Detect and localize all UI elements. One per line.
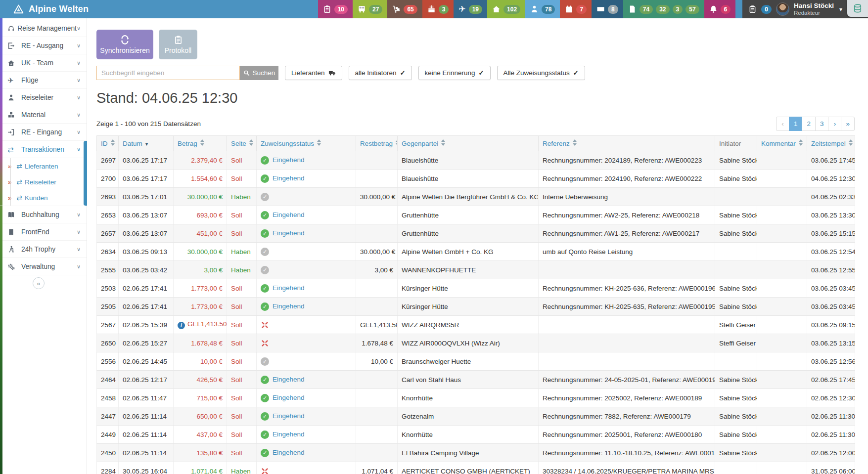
filter-buttons: Lieferantenalle Initiatoren✓keine Erinne…: [285, 66, 585, 80]
home-plus-icon: [7, 59, 15, 67]
sidebar-item-buchhaltung[interactable]: Buchhaltung∨: [0, 206, 87, 223]
coins-widget[interactable]: [847, 0, 868, 17]
nav-item-cart[interactable]: 65: [387, 0, 422, 18]
filter-alle-zuweisungsstatus[interactable]: Alle Zuweisungsstatus✓: [497, 66, 585, 80]
check-circle-icon: [261, 211, 269, 219]
eingehend-link[interactable]: Eingehend: [273, 156, 305, 164]
betrag-value: 693,00 €: [196, 212, 223, 219]
cell-kommentar: [757, 279, 807, 298]
synchronisieren-button[interactable]: Synchronisieren: [96, 30, 153, 59]
nav-item-clipboard[interactable]: 10: [318, 0, 353, 18]
nav-item-cake[interactable]: 3: [422, 0, 454, 18]
column-header-restbetrag[interactable]: Restbetrag: [356, 136, 398, 151]
nav-item-calendar[interactable]: 7: [560, 0, 592, 18]
search-input[interactable]: [96, 66, 240, 80]
sidebar-subitem-kunden[interactable]: »⇄Kunden: [0, 190, 87, 206]
cell-datum: 02.06.25 17:41: [119, 279, 174, 298]
sidebar-item-uk-team[interactable]: UK - Team∨: [0, 54, 87, 72]
sidebar-item-transaktionen[interactable]: ⇄Transaktionen∨: [0, 141, 87, 158]
check-circle-icon: [261, 431, 269, 439]
eingehend-link[interactable]: Eingehend: [273, 229, 305, 237]
sidebar-item-24h-trophy[interactable]: 24h Trophy∨: [0, 241, 87, 258]
nav-item-document[interactable]: 7432357: [623, 0, 704, 18]
eingehend-link[interactable]: Eingehend: [273, 174, 305, 182]
cell-initiator: Sabine Stöckl: [715, 389, 757, 407]
cell-gegenpartei: Gruttenhütte: [398, 206, 539, 224]
eingehend-link[interactable]: Eingehend: [273, 211, 305, 218]
column-label: Referenz: [543, 140, 570, 147]
eingehend-link[interactable]: Eingehend: [273, 412, 305, 420]
chevron-down-icon: ∨: [77, 25, 81, 32]
hiker-icon: [7, 246, 19, 253]
filter-keine-erinnerung[interactable]: keine Erinnerung✓: [418, 66, 491, 80]
nav-item-home[interactable]: 102: [487, 0, 525, 18]
brand[interactable]: Alpine Welten: [0, 0, 114, 18]
nav-item-money[interactable]: 8: [592, 0, 623, 18]
nav-item-bell[interactable]: 6: [704, 0, 736, 18]
page-button-›[interactable]: ›: [828, 117, 841, 131]
betrag-value: 10,00 €: [200, 358, 223, 365]
bus-icon: [358, 5, 366, 13]
info-icon[interactable]: i: [178, 322, 185, 329]
page-button-1[interactable]: 1: [789, 117, 803, 131]
column-header-kommentar[interactable]: Kommentar: [757, 136, 807, 151]
column-header-gegenpartei[interactable]: Gegenpartei: [398, 136, 539, 151]
page-button-2[interactable]: 2: [802, 117, 816, 131]
cell-id: 2503: [97, 279, 119, 298]
eingehend-link[interactable]: Eingehend: [273, 449, 305, 456]
page-button-‹[interactable]: ‹: [776, 117, 789, 131]
eingehend-link[interactable]: Eingehend: [273, 376, 305, 383]
cake-icon: [427, 5, 436, 13]
cell-zuweisungsstatus: Eingehend: [257, 371, 356, 389]
chevron-down-icon[interactable]: ▾: [839, 6, 842, 13]
eingehend-link[interactable]: Eingehend: [273, 394, 305, 401]
column-header-zeitstempel[interactable]: Zeitstempel: [807, 136, 855, 151]
protokoll-button[interactable]: Protokoll: [159, 30, 197, 59]
chevron-down-icon: ∨: [77, 246, 81, 253]
cell-restbetrag: [356, 371, 398, 389]
sidebar-item-reise-management[interactable]: Reise Management∨: [0, 20, 87, 37]
nav-item-bus[interactable]: 27: [353, 0, 387, 18]
column-header-zuweisungsstatus[interactable]: Zuweisungsstatus: [257, 136, 356, 151]
badge-count: 102: [503, 5, 520, 14]
user-name: Hansi Stöckl: [794, 2, 834, 10]
filter-lieferanten[interactable]: Lieferanten: [285, 66, 342, 80]
eingehend-link[interactable]: Eingehend: [273, 431, 305, 438]
cell-referenz: Rechnungsnummer: 2025001, Referenz: AWE0…: [539, 426, 715, 444]
cell-datum: 03.06.25 13:07: [119, 224, 174, 243]
sidebar-subitem-lieferanten[interactable]: »⇄Lieferanten: [0, 158, 87, 174]
column-header-referenz[interactable]: Referenz: [539, 136, 715, 151]
sidebar-item-flüge[interactable]: ✈Flüge∨: [0, 72, 87, 89]
column-header-betrag[interactable]: Betrag: [174, 136, 227, 151]
nav-item-person[interactable]: 78: [525, 0, 560, 18]
sidebar-item-material[interactable]: Material∨: [0, 106, 87, 124]
sidebar-subitem-reiseleiter[interactable]: »⇄Reiseleiter: [0, 174, 87, 190]
cell-referenz: 30328234 / 14.06.2025/KRUEGER/PETRA MARI…: [539, 462, 715, 474]
cell-zuweisungsstatus: Eingehend: [257, 170, 356, 188]
coins-icon: [853, 3, 863, 13]
column-header-datum[interactable]: Datum▾: [119, 136, 174, 151]
cell-zeitstempel: 02.06.25 12:00: [807, 444, 855, 462]
chevron-down-icon: ∨: [77, 43, 81, 49]
filter-alle-initiatoren[interactable]: alle Initiatoren✓: [349, 66, 412, 80]
sidebar-item-verwaltung[interactable]: Verwaltung∨: [0, 258, 87, 275]
search-button[interactable]: Suchen: [240, 66, 278, 80]
column-header-seite[interactable]: Seite: [227, 136, 257, 151]
page-button-»[interactable]: »: [841, 117, 855, 131]
sidebar-item-re-ausgang[interactable]: RE - Ausgang∨: [0, 37, 87, 54]
cell-restbetrag: 30.000,00 €: [356, 188, 398, 206]
sidebar-item-frontend[interactable]: FrontEnd∨: [0, 223, 87, 241]
nav-item-plane[interactable]: ✈19: [454, 0, 487, 18]
eingehend-link[interactable]: Eingehend: [273, 302, 305, 310]
search-button-label: Suchen: [253, 69, 275, 77]
sort-icon: [317, 139, 321, 146]
sidebar-item-reiseleiter[interactable]: Reiseleiter∨: [0, 89, 87, 106]
cell-zuweisungsstatus: [257, 243, 356, 261]
tablet-icon: [7, 228, 19, 236]
sidebar-collapse-button[interactable]: «: [33, 277, 45, 289]
column-header-id[interactable]: ID: [97, 136, 119, 151]
eingehend-link[interactable]: Eingehend: [273, 284, 305, 292]
page-button-3[interactable]: 3: [815, 117, 829, 131]
sidebar-item-re-eingang[interactable]: RE - Eingang∨: [0, 124, 87, 141]
avatar[interactable]: [776, 2, 789, 16]
